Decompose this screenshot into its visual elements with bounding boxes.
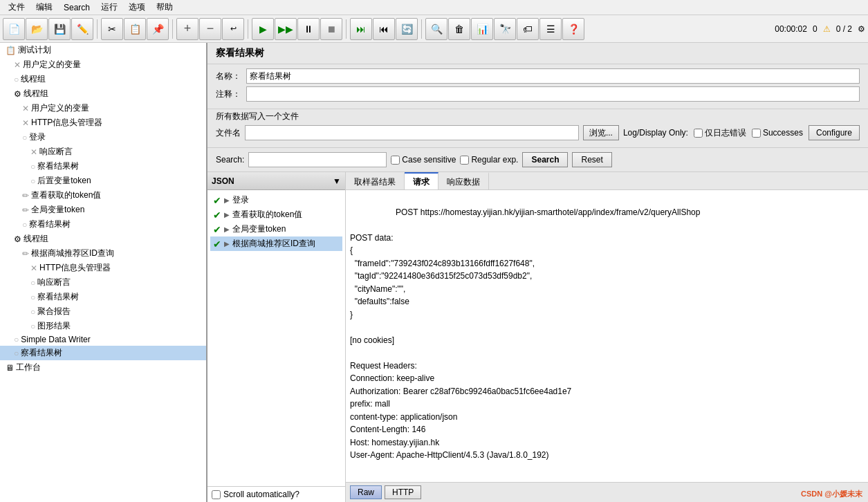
- graph-icon: ○: [30, 322, 35, 331]
- name-input[interactable]: [246, 68, 860, 84]
- menu-search[interactable]: Search: [58, 1, 95, 14]
- toolbar-paste-btn[interactable]: 📌: [147, 18, 169, 40]
- errors-only-checkbox[interactable]: [694, 129, 703, 138]
- tree-item-postvar[interactable]: ○ 后置变量token: [0, 174, 206, 188]
- filename-input[interactable]: [245, 125, 579, 140]
- scroll-auto-checkbox[interactable]: [212, 490, 221, 499]
- toolbar-remote-clear-btn[interactable]: 🔄: [396, 18, 418, 40]
- tree-label-aggregate: 聚合报告: [37, 306, 71, 317]
- uservar2-icon: ✕: [22, 104, 29, 113]
- toolbar-group-add: + − ↩: [176, 18, 244, 40]
- toolbar-new-btn[interactable]: 📄: [3, 18, 25, 40]
- toolbar-sep-4: [346, 19, 347, 39]
- tree-item-httpheader2[interactable]: ✕ HTTP信息头管理器: [0, 261, 206, 275]
- toolbar-remote-start-btn[interactable]: ⏭: [350, 18, 372, 40]
- json-panel: JSON ▼ ✔ ▶ 登录 ✔ ▶ 查看获取的token值: [207, 172, 346, 502]
- search-button[interactable]: Search: [522, 152, 568, 167]
- tree-item-result1[interactable]: ○ 察看结果树: [0, 159, 206, 174]
- toolbar-time-area: 00:00:02 0 ⚠ 0 / 2 ⚙: [775, 24, 865, 34]
- toolbar-sep-2: [172, 19, 173, 39]
- toolbar-help-btn[interactable]: ❓: [562, 18, 584, 40]
- regex-checkbox[interactable]: [460, 156, 469, 165]
- json-tree-item-tokenview[interactable]: ✔ ▶ 查看获取的token值: [210, 207, 342, 222]
- toolbar-copy-btn[interactable]: 📋: [124, 18, 146, 40]
- raw-button[interactable]: Raw: [350, 485, 382, 499]
- json-expand-queryid: ▶: [224, 240, 230, 248]
- tree-item-writer[interactable]: ○ Simple Data Writer: [0, 333, 206, 346]
- tab-sampler-result[interactable]: 取样器结果: [346, 172, 405, 189]
- configure-button[interactable]: Configure: [809, 125, 860, 140]
- successes-label: Successes: [763, 128, 803, 138]
- tree-item-result3[interactable]: ○ 察看结果树: [0, 290, 206, 304]
- tree-item-result4[interactable]: ○ 察看结果树: [0, 346, 206, 360]
- tree-item-uservar1[interactable]: ✕ 用户定义的变量: [0, 57, 206, 72]
- results-footer: Raw HTTP: [346, 482, 868, 502]
- browse-button[interactable]: 浏览...: [583, 125, 619, 140]
- menu-edit[interactable]: 编辑: [30, 0, 58, 15]
- toolbar-report-btn[interactable]: 📊: [471, 18, 493, 40]
- tree-item-result2[interactable]: ○ 察看结果树: [0, 217, 206, 232]
- tree-item-globaltoken[interactable]: ✏ 全局变量token: [0, 203, 206, 217]
- settings-icon[interactable]: ⚙: [858, 24, 865, 34]
- json-label-globaltoken: 全局变量token: [232, 223, 286, 235]
- result1-icon: ○: [30, 162, 35, 171]
- tree-label-result3: 察看结果树: [37, 291, 79, 303]
- case-sensitive-checkbox[interactable]: [391, 156, 400, 165]
- json-check-login: ✔: [213, 195, 221, 206]
- json-label-tokenview: 查看获取的token值: [232, 209, 302, 221]
- toolbar-pause-btn[interactable]: ⏸: [297, 18, 320, 40]
- toolbar-run-all-btn[interactable]: ▶▶: [275, 18, 297, 40]
- tree-item-httpheader1[interactable]: ✕ HTTP信息头管理器: [0, 115, 206, 130]
- successes-checkbox[interactable]: [752, 129, 761, 138]
- json-tree-item-globaltoken[interactable]: ✔ ▶ 全局变量token: [210, 222, 342, 236]
- menubar: 文件 编辑 Search 运行 选项 帮助: [0, 0, 868, 15]
- tree-item-thread2[interactable]: ⚙ 线程组: [0, 86, 206, 101]
- toolbar-open-btn[interactable]: 📂: [26, 18, 48, 40]
- toolbar-label-btn[interactable]: 🏷: [517, 18, 539, 40]
- tree-label-globaltoken: 全局变量token: [31, 204, 84, 216]
- toolbar-stop-btn[interactable]: ⏹: [320, 18, 342, 40]
- toolbar-telescope-btn[interactable]: 🔭: [494, 18, 516, 40]
- tree-item-query[interactable]: ✏ 根据商城推荐区ID查询: [0, 246, 206, 261]
- json-tree-item-queryid[interactable]: ✔ ▶ 根据商城推荐区ID查询: [210, 236, 342, 251]
- tree-item-graph[interactable]: ○ 图形结果: [0, 319, 206, 333]
- toolbar-remote-stop-btn[interactable]: ⏮: [373, 18, 395, 40]
- json-label-login: 登录: [232, 194, 249, 206]
- search-input[interactable]: [248, 152, 387, 167]
- toolbar-cut-btn[interactable]: ✂: [101, 18, 123, 40]
- tree-item-workbench[interactable]: 🖥 工作台: [0, 360, 206, 375]
- json-check-tokenview: ✔: [213, 210, 221, 221]
- toolbar-clear-btn[interactable]: 🗑: [448, 18, 470, 40]
- toolbar-run-btn[interactable]: ▶: [252, 18, 274, 40]
- toolbar-search-btn[interactable]: 🔍: [425, 18, 447, 40]
- tree-item-login[interactable]: ○ 登录: [0, 130, 206, 145]
- tree-item-assert1[interactable]: ✕ 响应断言: [0, 145, 206, 159]
- tree-label-result2: 察看结果树: [29, 219, 71, 230]
- tree-item-aggregate[interactable]: ○ 聚合报告: [0, 304, 206, 319]
- json-dropdown-icon[interactable]: ▼: [333, 176, 341, 186]
- toolbar-remove-btn[interactable]: −: [199, 18, 221, 40]
- menu-options[interactable]: 选项: [123, 0, 151, 15]
- tab-response-data[interactable]: 响应数据: [438, 172, 489, 189]
- globaltoken-icon: ✏: [22, 205, 29, 215]
- json-tree-item-login[interactable]: ✔ ▶ 登录: [210, 193, 342, 207]
- tree-item-uservar2[interactable]: ✕ 用户定义的变量: [0, 101, 206, 115]
- tree-label-viewtoken: 查看获取的token值: [31, 189, 101, 201]
- menu-run[interactable]: 运行: [95, 0, 123, 15]
- tree-item-viewtoken[interactable]: ✏ 查看获取的token值: [0, 188, 206, 203]
- tree-item-thread1[interactable]: ○ 线程组: [0, 72, 206, 86]
- toolbar-save-btn[interactable]: 💾: [48, 18, 71, 40]
- toolbar-edit-btn[interactable]: ✏️: [71, 18, 93, 40]
- tree-item-assert2[interactable]: ○ 响应断言: [0, 275, 206, 290]
- menu-help[interactable]: 帮助: [151, 0, 178, 15]
- tree-item-thread3[interactable]: ⚙ 线程组: [0, 232, 206, 246]
- toolbar-list-btn[interactable]: ☰: [539, 18, 562, 40]
- http-button[interactable]: HTTP: [385, 485, 421, 499]
- comment-input[interactable]: [246, 86, 860, 102]
- tab-request[interactable]: 请求: [405, 172, 438, 189]
- toolbar-add-btn[interactable]: +: [176, 18, 198, 40]
- menu-file[interactable]: 文件: [3, 0, 30, 15]
- reset-button[interactable]: Reset: [572, 152, 611, 167]
- toolbar-undo-btn[interactable]: ↩: [222, 18, 244, 40]
- tree-item-plan[interactable]: 📋 测试计划: [0, 43, 206, 57]
